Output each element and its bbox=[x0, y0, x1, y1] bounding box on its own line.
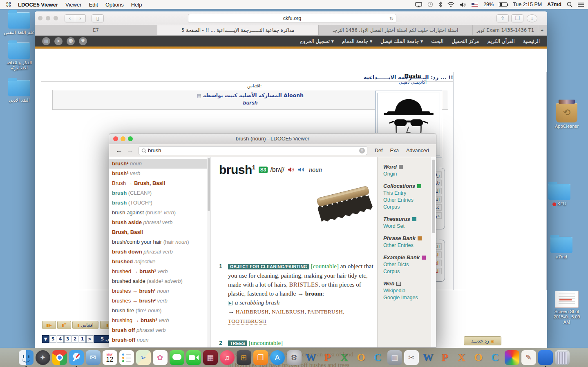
headword-list-item[interactable]: brush aside phrasal verb bbox=[109, 218, 207, 227]
headword-list-item[interactable]: brushed aside (aside¹ adverb) bbox=[109, 276, 207, 286]
word-icon[interactable]: W bbox=[304, 350, 318, 365]
library-icon[interactable]: ▥ bbox=[42, 37, 50, 45]
crossref-link[interactable]: TOOTHBRUSH bbox=[228, 318, 266, 325]
browser-tab[interactable]: مذاكرة جماعية التــــــرجمة الإبـــــداع… bbox=[157, 25, 319, 35]
crossref-link[interactable]: NAILBRUSH bbox=[272, 309, 304, 315]
mail-icon[interactable]: ✉ bbox=[86, 350, 101, 365]
photos-icon[interactable]: ✿ bbox=[153, 350, 168, 365]
panel-link[interactable]: Corpus bbox=[383, 204, 431, 211]
user-menu[interactable]: A7md bbox=[547, 2, 561, 7]
example-icon[interactable]: ▶ bbox=[228, 301, 233, 305]
nav-item[interactable]: البحث bbox=[431, 38, 443, 44]
chrome-icon[interactable] bbox=[52, 350, 67, 365]
minimize-icon[interactable] bbox=[121, 136, 125, 141]
powerpoint-icon[interactable]: P bbox=[320, 350, 335, 365]
outlook-2-icon[interactable]: O bbox=[471, 350, 486, 365]
timemachine-icon[interactable] bbox=[427, 2, 433, 7]
powerpoint-2-icon[interactable]: P bbox=[438, 350, 452, 365]
post-action-button[interactable]: ▮▶ bbox=[42, 321, 56, 329]
image-capture-icon[interactable]: ✂ bbox=[404, 350, 419, 365]
page-cell[interactable]: 3 bbox=[64, 335, 71, 343]
headword-list-item[interactable]: brushes → brush² verb bbox=[109, 296, 207, 306]
menu-options[interactable]: Options bbox=[105, 2, 124, 8]
downloads-icon[interactable]: ↓ bbox=[527, 14, 537, 22]
heart-icon[interactable]: ♥ bbox=[79, 37, 87, 45]
headword-list-item[interactable]: brush down phrasal verb bbox=[109, 247, 207, 257]
reload-icon[interactable]: ↻ bbox=[389, 15, 393, 23]
tabs-overview-icon[interactable]: ❐ bbox=[511, 14, 523, 22]
facetime-icon[interactable] bbox=[186, 350, 201, 365]
safari-icon[interactable] bbox=[69, 350, 84, 365]
design-tool-icon[interactable]: ✎ bbox=[521, 350, 536, 365]
desktop-folder[interactable]: KFU bbox=[543, 184, 575, 207]
outlook-icon[interactable]: O bbox=[354, 350, 369, 365]
exa-button[interactable]: Exa bbox=[390, 148, 399, 153]
system-preferences-icon[interactable]: ⚙ bbox=[287, 350, 302, 365]
reminders-icon[interactable] bbox=[119, 350, 134, 365]
headword-list-item[interactable]: brush (TOUCH³) bbox=[109, 198, 207, 208]
panel-link[interactable]: Other Entries bbox=[383, 197, 431, 204]
panel-link[interactable]: Google Images bbox=[383, 294, 431, 301]
bristles-crossref[interactable]: BRISTLES bbox=[289, 281, 319, 288]
menu-clock[interactable]: Tue 2:15 PM bbox=[513, 2, 542, 7]
excel-icon[interactable]: X bbox=[337, 350, 352, 365]
photobooth-icon[interactable]: ▦ bbox=[203, 350, 218, 365]
nav-item[interactable]: القرآن الكريم bbox=[487, 38, 514, 44]
headword-list-item[interactable]: brush¹ noun bbox=[109, 159, 207, 169]
headword-list-item[interactable]: brush/comb your hair (hair noun) bbox=[109, 237, 207, 247]
ldoce5-viewer-icon[interactable] bbox=[538, 350, 553, 365]
desktop-appcleaner[interactable]: AppCleaner bbox=[551, 103, 583, 129]
headword-list-item[interactable]: brushed adjective bbox=[109, 257, 207, 267]
panel-link[interactable]: Wikipedia bbox=[383, 287, 431, 294]
nav-item[interactable]: جامعة الملك فيصل ▾ bbox=[380, 38, 423, 44]
airplay-icon[interactable] bbox=[415, 2, 422, 7]
panel-link[interactable]: Other Entries bbox=[383, 242, 431, 249]
excel-2-icon[interactable]: X bbox=[454, 350, 469, 365]
panel-link[interactable]: Other Dicts bbox=[383, 261, 431, 268]
ldoce-title-bar[interactable]: brush (noun) - LDOCE5 Viewer bbox=[109, 133, 436, 144]
list-scrollbar[interactable] bbox=[207, 157, 211, 347]
wifi-icon[interactable] bbox=[447, 2, 454, 7]
headword-list-item[interactable]: Brush, Basil bbox=[109, 227, 207, 237]
panel-link[interactable]: Word Set bbox=[383, 223, 431, 230]
search-field[interactable]: ✕ bbox=[139, 146, 367, 155]
forward-icon[interactable]: › bbox=[75, 14, 86, 22]
menu-viewer[interactable]: Viewer bbox=[65, 2, 82, 8]
communicator-2-icon[interactable]: C bbox=[488, 350, 503, 365]
launchpad-icon[interactable]: ✦ bbox=[36, 350, 50, 365]
browser-tab[interactable]: E7 bbox=[35, 25, 157, 35]
desktop-folder[interactable]: a7md bbox=[546, 237, 577, 260]
word-2-icon[interactable]: W bbox=[421, 350, 436, 365]
desktop-folder[interactable]: الفكر والثقافه الانجليزيّة bbox=[3, 42, 35, 71]
color-wheel-icon[interactable] bbox=[505, 350, 519, 365]
itunes-icon[interactable]: ♫ bbox=[220, 350, 235, 365]
sidebar-icon[interactable]: ▯ bbox=[92, 14, 104, 22]
calendar-icon[interactable]: MAY12 bbox=[103, 350, 117, 365]
headword-list-item[interactable]: Brush → Brush, Basil bbox=[109, 178, 207, 188]
page-cell[interactable]: 2 bbox=[72, 335, 78, 343]
forward-icon[interactable]: → bbox=[127, 147, 134, 155]
headword-list-item[interactable]: brush (CLEAN⁶) bbox=[109, 188, 207, 198]
crossref-link[interactable]: HAIRBRUSH bbox=[236, 309, 269, 315]
back-icon[interactable]: ← bbox=[116, 147, 123, 155]
menu-edit[interactable]: Edit bbox=[89, 2, 98, 8]
page-cell[interactable]: 4 bbox=[57, 335, 64, 343]
page-cell[interactable]: ▼ bbox=[42, 335, 49, 343]
def-button[interactable]: Def bbox=[375, 148, 382, 153]
menu-help[interactable]: Help bbox=[131, 2, 142, 8]
close-icon[interactable] bbox=[38, 16, 42, 20]
american-audio-icon[interactable] bbox=[298, 167, 305, 174]
post-action-button[interactable]: ▮ اقتباس bbox=[72, 321, 98, 329]
close-icon[interactable] bbox=[113, 136, 118, 141]
british-audio-icon[interactable] bbox=[288, 167, 295, 174]
communicator-icon[interactable]: C bbox=[371, 350, 385, 365]
clear-search-icon[interactable]: ✕ bbox=[359, 148, 365, 153]
nav-item[interactable]: تسجيل الخروج ▾ bbox=[300, 38, 334, 44]
url-field[interactable]: ckfu.org ↻ bbox=[188, 14, 396, 23]
nav-item[interactable]: مركز التحميل bbox=[452, 38, 479, 44]
trash-icon[interactable] bbox=[555, 350, 570, 365]
crossref-link[interactable]: PAINTBRUSH bbox=[307, 309, 343, 315]
headword-list-item[interactable]: brushed → brush² verb bbox=[109, 267, 207, 276]
us-flag-icon[interactable] bbox=[472, 3, 478, 7]
compass-icon[interactable]: ➤ bbox=[54, 37, 63, 45]
